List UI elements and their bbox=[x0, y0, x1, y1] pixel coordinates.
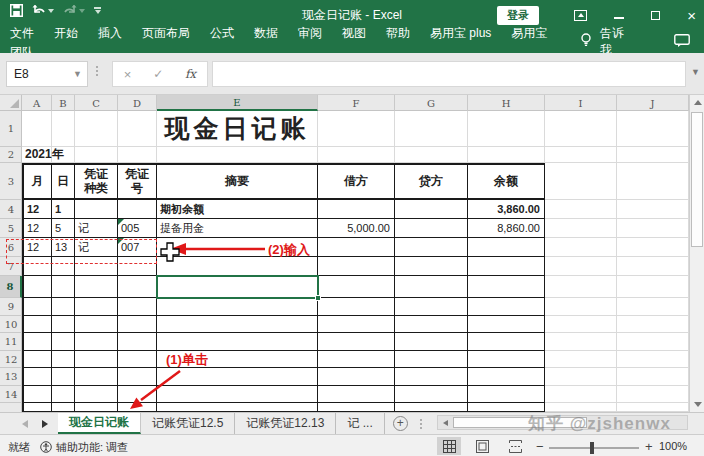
cell-D9[interactable] bbox=[118, 298, 157, 316]
cell-G6[interactable] bbox=[395, 238, 468, 257]
cell-A4[interactable]: 12 bbox=[22, 200, 52, 219]
cell-J10[interactable] bbox=[617, 316, 689, 333]
cell-G10[interactable] bbox=[395, 316, 468, 333]
cell-I3[interactable] bbox=[545, 163, 617, 200]
cell-A12[interactable] bbox=[22, 351, 52, 368]
cell-B13[interactable] bbox=[52, 368, 75, 386]
zoom-slider-track[interactable] bbox=[549, 447, 639, 449]
cell-D8[interactable] bbox=[118, 276, 157, 298]
ribbon-tab-2[interactable]: 插入 bbox=[88, 26, 132, 40]
scroll-down-icon[interactable] bbox=[690, 397, 704, 412]
name-box-dropdown-icon[interactable]: ▼ bbox=[73, 69, 87, 79]
cell-A13[interactable] bbox=[22, 368, 52, 386]
cell-F13[interactable] bbox=[318, 368, 395, 386]
cell-H15[interactable] bbox=[468, 403, 545, 412]
cell-C13[interactable] bbox=[75, 368, 118, 386]
cell-F9[interactable] bbox=[318, 298, 395, 316]
cell-I10[interactable] bbox=[545, 316, 617, 333]
cell-J12[interactable] bbox=[617, 351, 689, 368]
cell-J8[interactable] bbox=[617, 276, 689, 298]
cell-I1[interactable] bbox=[545, 111, 617, 147]
cell-F10[interactable] bbox=[318, 316, 395, 333]
scroll-left-icon[interactable] bbox=[439, 417, 452, 428]
cell-E14[interactable] bbox=[157, 386, 318, 403]
row-header-13[interactable]: 13 bbox=[0, 368, 22, 386]
accessibility-status[interactable]: 辅助功能: 调查 bbox=[56, 440, 128, 455]
cell-G13[interactable] bbox=[395, 368, 468, 386]
cell-J2[interactable] bbox=[617, 147, 689, 163]
cell-C11[interactable] bbox=[75, 333, 118, 351]
cell-I15[interactable] bbox=[545, 403, 617, 412]
cell-J7[interactable] bbox=[617, 257, 689, 276]
ribbon-tab-0[interactable]: 文件 bbox=[0, 26, 44, 40]
cell-H1[interactable] bbox=[468, 111, 545, 147]
cell-I13[interactable] bbox=[545, 368, 617, 386]
cell-F6[interactable] bbox=[318, 238, 395, 257]
zoom-out-button[interactable]: − bbox=[536, 439, 544, 454]
column-header-B[interactable]: B bbox=[52, 95, 75, 111]
cell-H11[interactable] bbox=[468, 333, 545, 351]
cell-C3[interactable]: 凭证 种类 bbox=[75, 163, 118, 200]
cell-H7[interactable] bbox=[468, 257, 545, 276]
cell-G7[interactable] bbox=[395, 257, 468, 276]
cell-G14[interactable] bbox=[395, 386, 468, 403]
cell-I7[interactable] bbox=[545, 257, 617, 276]
sheet-tab-1[interactable]: 记账凭证12.5 bbox=[141, 413, 235, 434]
cell-E5[interactable]: 提备用金 bbox=[157, 219, 318, 238]
cell-H6[interactable] bbox=[468, 238, 545, 257]
cell-F8[interactable] bbox=[318, 276, 395, 298]
ribbon-tab-3[interactable]: 页面布局 bbox=[132, 26, 200, 40]
cell-D4[interactable] bbox=[118, 200, 157, 219]
maximize-button[interactable] bbox=[651, 11, 660, 20]
column-header-C[interactable]: C bbox=[75, 95, 118, 111]
row-header-11[interactable]: 11 bbox=[0, 333, 22, 351]
cell-D13[interactable] bbox=[118, 368, 157, 386]
cell-H14[interactable] bbox=[468, 386, 545, 403]
formula-input[interactable] bbox=[212, 61, 686, 87]
next-sheet-icon[interactable] bbox=[42, 420, 48, 428]
cell-F15[interactable] bbox=[318, 403, 395, 412]
ribbon-tab-9[interactable]: 易用宝 plus bbox=[420, 26, 501, 40]
cell-D15[interactable] bbox=[118, 403, 157, 412]
cell-E11[interactable] bbox=[157, 333, 318, 351]
cell-I5[interactable] bbox=[545, 219, 617, 238]
cell-I9[interactable] bbox=[545, 298, 617, 316]
cell-A8[interactable] bbox=[22, 276, 52, 298]
cell-A1[interactable] bbox=[22, 111, 52, 147]
cell-H4[interactable]: 3,860.00 bbox=[468, 200, 545, 219]
cell-J15[interactable] bbox=[617, 403, 689, 412]
cell-G3[interactable]: 贷方 bbox=[395, 163, 468, 200]
cell-E9[interactable] bbox=[157, 298, 318, 316]
cell-F14[interactable] bbox=[318, 386, 395, 403]
row-header-8[interactable]: 8 bbox=[0, 276, 22, 298]
comments-icon[interactable] bbox=[674, 33, 690, 51]
zoom-level[interactable]: 100% bbox=[659, 440, 687, 452]
cell-B10[interactable] bbox=[52, 316, 75, 333]
cell-G9[interactable] bbox=[395, 298, 468, 316]
cell-A9[interactable] bbox=[22, 298, 52, 316]
cell-I4[interactable] bbox=[545, 200, 617, 219]
cell-A14[interactable] bbox=[22, 386, 52, 403]
row-header-12[interactable]: 12 bbox=[0, 351, 22, 368]
cell-D12[interactable] bbox=[118, 351, 157, 368]
cell-B12[interactable] bbox=[52, 351, 75, 368]
cell-A3[interactable]: 月 bbox=[22, 163, 52, 200]
cell-B15[interactable] bbox=[52, 403, 75, 412]
cell-G5[interactable] bbox=[395, 219, 468, 238]
page-break-preview-button[interactable] bbox=[503, 437, 527, 455]
insert-function-icon[interactable]: fx bbox=[185, 67, 196, 81]
cell-B5[interactable]: 5 bbox=[52, 219, 75, 238]
cell-D11[interactable] bbox=[118, 333, 157, 351]
vertical-scroll-thumb[interactable] bbox=[691, 112, 703, 247]
cell-F12[interactable] bbox=[318, 351, 395, 368]
cell-C12[interactable] bbox=[75, 351, 118, 368]
cell-D1[interactable] bbox=[118, 111, 157, 147]
cell-F11[interactable] bbox=[318, 333, 395, 351]
column-header-E[interactable]: E bbox=[157, 95, 318, 111]
cell-J3[interactable] bbox=[617, 163, 689, 200]
cell-J13[interactable] bbox=[617, 368, 689, 386]
sheet-tab-0[interactable]: 现金日记账 bbox=[58, 413, 141, 434]
select-all-button[interactable] bbox=[0, 95, 22, 111]
cell-G2[interactable] bbox=[395, 147, 468, 163]
cell-E2[interactable] bbox=[157, 147, 318, 163]
